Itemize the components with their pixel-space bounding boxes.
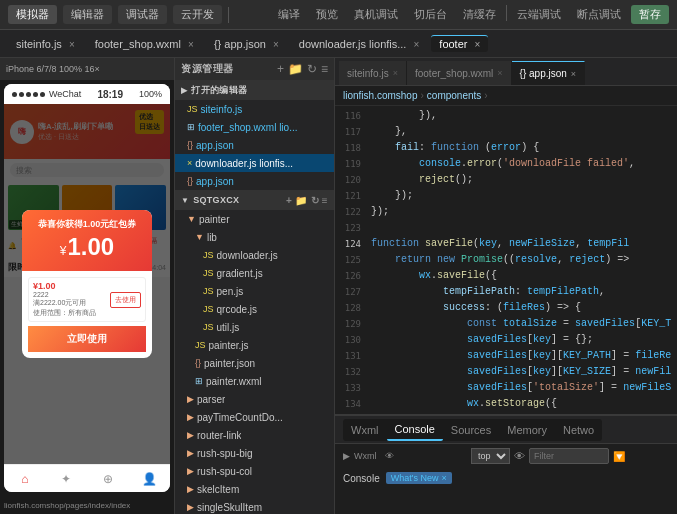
console-tab-label: Console [395, 423, 435, 435]
devtools-tab-wxml[interactable]: Wxml [343, 420, 387, 440]
btn-switch-bg[interactable]: 切后台 [408, 5, 453, 24]
memory-tab-label: Memory [507, 424, 547, 436]
explorer-new-folder-btn[interactable]: 📁 [288, 62, 303, 76]
wechat-label: WeChat [49, 89, 81, 99]
open-file-appjson2[interactable]: {} app.json [175, 172, 334, 190]
eye-icon[interactable]: 👁 [514, 450, 525, 462]
sqtgxcx-new[interactable]: + [286, 195, 292, 206]
folder-rl-icon: ▶ [187, 430, 194, 440]
close-footer[interactable]: × [188, 39, 194, 50]
sqtgxcx-collapse[interactable]: ≡ [322, 195, 328, 206]
file-gradient-js[interactable]: JS gradient.js [175, 264, 334, 282]
btn-editor[interactable]: 编辑器 [63, 5, 112, 24]
explorer-new-file-btn[interactable]: + [277, 62, 284, 76]
tab-downloader[interactable]: downloader.js lionfis... × [291, 36, 428, 52]
close-app[interactable]: × [273, 39, 279, 50]
code-tab-close-2[interactable]: × [497, 68, 502, 78]
code-tab-close-3[interactable]: × [571, 69, 576, 79]
whats-new-badge[interactable]: What's New × [386, 472, 452, 484]
top-select[interactable]: top [471, 448, 510, 464]
code-content[interactable]: }), }, fail: function (error) { console.… [367, 106, 677, 414]
file-tree: JS siteinfo.js ⊞ footer_shop.wxml lio...… [175, 100, 334, 514]
btn-debugger[interactable]: 调试器 [118, 5, 167, 24]
code-line-128: success: (fileRes) => { [371, 300, 677, 316]
nav-home[interactable]: ⌂ [16, 470, 34, 488]
dot-3 [26, 92, 31, 97]
file-qrcode-js[interactable]: JS qrcode.js [175, 300, 334, 318]
btn-preview[interactable]: 预览 [310, 5, 344, 24]
filter-icon[interactable]: 🔽 [613, 451, 625, 462]
folder-lib[interactable]: ▼ lib [175, 228, 334, 246]
devtools-tab-sources[interactable]: Sources [443, 420, 499, 440]
code-tab-footer[interactable]: footer_shop.wxml × [407, 61, 512, 85]
open-file-siteinfo[interactable]: JS siteinfo.js [175, 100, 334, 118]
open-file-appjson[interactable]: {} app.json [175, 136, 334, 154]
separator-1 [228, 7, 229, 23]
tab-siteinfo[interactable]: siteinfo.js × [8, 36, 83, 52]
breadcrumb-bar: lionfish.comshop › components › [335, 86, 677, 106]
open-editors-section[interactable]: ▶ 打开的编辑器 [175, 80, 334, 100]
console-bottom-bar: Console What's New × [343, 467, 463, 489]
dot-2 [19, 92, 24, 97]
xml-icon-1: ⊞ [187, 122, 195, 132]
nav-cart[interactable]: ⊕ [99, 470, 117, 488]
close-dl[interactable]: × [413, 39, 419, 50]
folder-ss-icon: ▶ [187, 502, 194, 512]
code-tab-siteinfo[interactable]: siteinfo.js × [339, 61, 407, 85]
btn-compile[interactable]: 编译 [272, 5, 306, 24]
folder-singleskul[interactable]: ▶ singleSkulItem [175, 498, 334, 514]
top-toolbar: 模拟器 编辑器 调试器 云开发 编译 预览 真机调试 切后台 清缓存 云端调试 … [0, 0, 677, 30]
tab-footer-shop[interactable]: footer_shop.wxml × [87, 36, 202, 52]
folder-paytime[interactable]: ▶ payTimeCountDo... [175, 408, 334, 426]
explorer-collapse-btn[interactable]: ≡ [321, 62, 328, 76]
coupon-use-button[interactable]: 去使用 [110, 292, 141, 308]
code-tab-label-1: siteinfo.js [347, 68, 389, 79]
devtools-tab-console[interactable]: Console [387, 419, 443, 441]
sqtgxcx-folder[interactable]: 📁 [295, 195, 307, 206]
btn-clear-cache[interactable]: 清缓存 [457, 5, 502, 24]
explorer-refresh-btn[interactable]: ↻ [307, 62, 317, 76]
btn-simulator[interactable]: 模拟器 [8, 5, 57, 24]
nav-search[interactable]: ✦ [57, 470, 75, 488]
folder-lib-icon: ▼ [195, 232, 204, 242]
file-painter-label: painter.js [209, 340, 249, 351]
devtools-tab-memory[interactable]: Memory [499, 420, 555, 440]
folder-rush-spu-big[interactable]: ▶ rush-spu-big [175, 444, 334, 462]
open-file-downloader[interactable]: × downloader.js lionfis... [175, 154, 334, 172]
code-tab-close-1[interactable]: × [393, 68, 398, 78]
sqtgxcx-section[interactable]: ▼ SQTGXCX + 📁 ↻ ≡ [175, 190, 334, 210]
folder-sk-label: skelcItem [197, 484, 239, 495]
folder-skelcitem[interactable]: ▶ skelcItem [175, 480, 334, 498]
modal-use-button[interactable]: 立即使用 [28, 326, 146, 352]
file-downloader-js[interactable]: JS downloader.js [175, 246, 334, 264]
modal-overlay[interactable]: 恭喜你获得1.00元红包券 ¥ 1.00 ¥1.00 [4, 104, 170, 464]
file-pen-js[interactable]: JS pen.js [175, 282, 334, 300]
wxml-eye[interactable]: 👁 [385, 451, 394, 461]
sqtgxcx-refresh[interactable]: ↻ [311, 195, 319, 206]
open-file-footer[interactable]: ⊞ footer_shop.wxml lio... [175, 118, 334, 136]
folder-rush-spu-col[interactable]: ▶ rush-spu-col [175, 462, 334, 480]
folder-parser[interactable]: ▶ parser [175, 390, 334, 408]
code-tab-app[interactable]: {} app.json × [512, 61, 586, 85]
tab-app-json[interactable]: {} app.json × [206, 36, 287, 52]
folder-rl-label: router-link [197, 430, 241, 441]
file-util-js[interactable]: JS util.js [175, 318, 334, 336]
folder-painter[interactable]: ▼ painter [175, 210, 334, 228]
btn-cloud-debug[interactable]: 云端调试 [511, 5, 567, 24]
btn-save[interactable]: 暂存 [631, 5, 669, 24]
close-footer-active[interactable]: × [475, 39, 481, 50]
tab-footer-active[interactable]: footer × [431, 35, 488, 52]
filter-input[interactable] [529, 448, 609, 464]
nav-profile[interactable]: 👤 [140, 470, 158, 488]
devtools-tab-network[interactable]: Netwo [555, 420, 602, 440]
close-badge[interactable]: × [441, 473, 446, 483]
coupon-code: 2222 [33, 291, 96, 298]
tab-close-siteinfo[interactable]: × [69, 39, 75, 50]
file-painter-wxml[interactable]: ⊞ painter.wxml [175, 372, 334, 390]
btn-breakpoint[interactable]: 断点调试 [571, 5, 627, 24]
file-painter-js[interactable]: JS painter.js [175, 336, 334, 354]
file-painter-json[interactable]: {} painter.json [175, 354, 334, 372]
btn-real-debug[interactable]: 真机调试 [348, 5, 404, 24]
folder-routerlink[interactable]: ▶ router-link [175, 426, 334, 444]
btn-cloud[interactable]: 云开发 [173, 5, 222, 24]
